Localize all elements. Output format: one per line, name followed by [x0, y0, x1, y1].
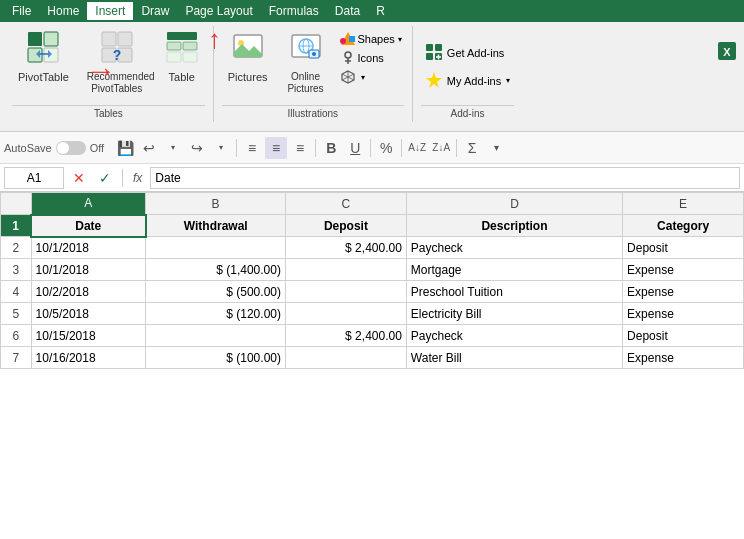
more-button[interactable]: ▾	[485, 137, 507, 159]
sum-button[interactable]: Σ	[461, 137, 483, 159]
cell-e2[interactable]: Deposit	[623, 237, 744, 259]
cell-c3[interactable]	[285, 259, 406, 281]
icons-button[interactable]: Icons	[338, 49, 404, 67]
cell-e7[interactable]: Expense	[623, 347, 744, 369]
cell-e1[interactable]: Category	[623, 215, 744, 237]
svg-point-25	[345, 52, 351, 58]
cell-b7[interactable]: $ (100.00)	[146, 347, 286, 369]
save-button[interactable]: 💾	[114, 137, 136, 159]
table-row: 1 Date Withdrawal Deposit Description Ca…	[1, 215, 744, 237]
fx-icon: fx	[129, 171, 146, 185]
cell-a7[interactable]: 10/16/2018	[31, 347, 146, 369]
cell-a2[interactable]: 10/1/2018	[31, 237, 146, 259]
cell-c5[interactable]	[285, 303, 406, 325]
svg-rect-1	[44, 32, 58, 46]
formula-input[interactable]	[150, 167, 740, 189]
my-addins-button[interactable]: My Add-ins ▾	[421, 69, 514, 93]
col-header-d[interactable]: D	[406, 193, 622, 215]
autosave-area: AutoSave Off	[4, 141, 104, 155]
menu-insert[interactable]: Insert	[87, 2, 133, 20]
formula-sep	[122, 169, 123, 187]
menu-data[interactable]: Data	[327, 2, 368, 20]
cell-b3[interactable]: $ (1,400.00)	[146, 259, 286, 281]
svg-marker-38	[426, 72, 442, 88]
illustrations-group-label: Illustrations	[222, 105, 404, 122]
cell-d3[interactable]: Mortgage	[406, 259, 622, 281]
col-header-c[interactable]: C	[285, 193, 406, 215]
percent-button[interactable]: %	[375, 137, 397, 159]
cell-c6[interactable]: $ 2,400.00	[285, 325, 406, 347]
cell-c4[interactable]	[285, 281, 406, 303]
underline-button[interactable]: U	[344, 137, 366, 159]
cell-d5[interactable]: Electricity Bill	[406, 303, 622, 325]
redo-button[interactable]: ↪	[186, 137, 208, 159]
formula-confirm-button[interactable]: ✓	[94, 167, 116, 189]
svg-rect-10	[167, 42, 181, 50]
cell-e6[interactable]: Deposit	[623, 325, 744, 347]
row-num-6: 6	[1, 325, 32, 347]
shapes-label: Shapes	[358, 33, 395, 45]
cell-d6[interactable]: Paycheck	[406, 325, 622, 347]
menu-page-layout[interactable]: Page Layout	[177, 2, 260, 20]
icons-label: Icons	[358, 52, 384, 64]
cell-e5[interactable]: Expense	[623, 303, 744, 325]
row-num-3: 3	[1, 259, 32, 281]
undo-button[interactable]: ↩	[138, 137, 160, 159]
menu-draw[interactable]: Draw	[133, 2, 177, 20]
cell-b5[interactable]: $ (120.00)	[146, 303, 286, 325]
cell-a3[interactable]: 10/1/2018	[31, 259, 146, 281]
svg-rect-11	[183, 42, 197, 50]
align-center-button[interactable]: ≡	[265, 137, 287, 159]
cell-ref-input[interactable]	[4, 167, 64, 189]
toggle-knob	[57, 142, 69, 154]
toolbar: AutoSave Off 💾 ↩ ▾ ↪ ▾ ≡ ≡ ≡ B U % A↓Z Z…	[0, 132, 744, 164]
cell-a1[interactable]: Date	[31, 215, 146, 237]
cell-b4[interactable]: $ (500.00)	[146, 281, 286, 303]
cell-b1[interactable]: Withdrawal	[146, 215, 286, 237]
menu-formulas[interactable]: Formulas	[261, 2, 327, 20]
menu-file[interactable]: File	[4, 2, 39, 20]
cell-b2[interactable]	[146, 237, 286, 259]
pivot-table-button[interactable]: PivotTable	[12, 26, 75, 88]
cell-d4[interactable]: Preschool Tuition	[406, 281, 622, 303]
3d-models-button[interactable]: ▾	[338, 68, 404, 86]
col-header-b[interactable]: B	[146, 193, 286, 215]
cell-a6[interactable]: 10/15/2018	[31, 325, 146, 347]
redo-dropdown-button[interactable]: ▾	[210, 137, 232, 159]
undo-dropdown-button[interactable]: ▾	[162, 137, 184, 159]
menu-r[interactable]: R	[368, 2, 393, 20]
align-right-button[interactable]: ≡	[289, 137, 311, 159]
cell-a4[interactable]: 10/2/2018	[31, 281, 146, 303]
sort-az-button[interactable]: A↓Z	[406, 137, 428, 159]
pivot-table-icon	[26, 30, 60, 69]
online-pictures-button[interactable]: Online Pictures	[280, 26, 332, 99]
cell-a5[interactable]: 10/5/2018	[31, 303, 146, 325]
shapes-button[interactable]: Shapes ▾	[338, 30, 404, 48]
cell-e4[interactable]: Expense	[623, 281, 744, 303]
bold-button[interactable]: B	[320, 137, 342, 159]
svg-rect-32	[426, 44, 433, 51]
formula-cancel-button[interactable]: ✕	[68, 167, 90, 189]
autosave-toggle[interactable]	[56, 141, 86, 155]
get-addins-button[interactable]: Get Add-ins	[421, 41, 508, 65]
pictures-label: Pictures	[228, 71, 268, 84]
cell-e3[interactable]: Expense	[623, 259, 744, 281]
cell-d1[interactable]: Description	[406, 215, 622, 237]
cell-d2[interactable]: Paycheck	[406, 237, 622, 259]
pictures-button[interactable]: Pictures	[222, 26, 274, 88]
cell-b6[interactable]	[146, 325, 286, 347]
menu-home[interactable]: Home	[39, 2, 87, 20]
cell-c2[interactable]: $ 2,400.00	[285, 237, 406, 259]
cell-c7[interactable]	[285, 347, 406, 369]
col-header-a[interactable]: A	[31, 193, 146, 215]
svg-rect-5	[118, 32, 132, 46]
sort-za-button[interactable]: Z↓A	[430, 137, 452, 159]
col-header-e[interactable]: E	[623, 193, 744, 215]
toolbar-sep-4	[401, 139, 402, 157]
svg-text:X: X	[723, 46, 731, 58]
cell-d7[interactable]: Water Bill	[406, 347, 622, 369]
toolbar-sep-5	[456, 139, 457, 157]
my-addins-dropdown-icon: ▾	[506, 76, 510, 85]
align-left-button[interactable]: ≡	[241, 137, 263, 159]
cell-c1[interactable]: Deposit	[285, 215, 406, 237]
